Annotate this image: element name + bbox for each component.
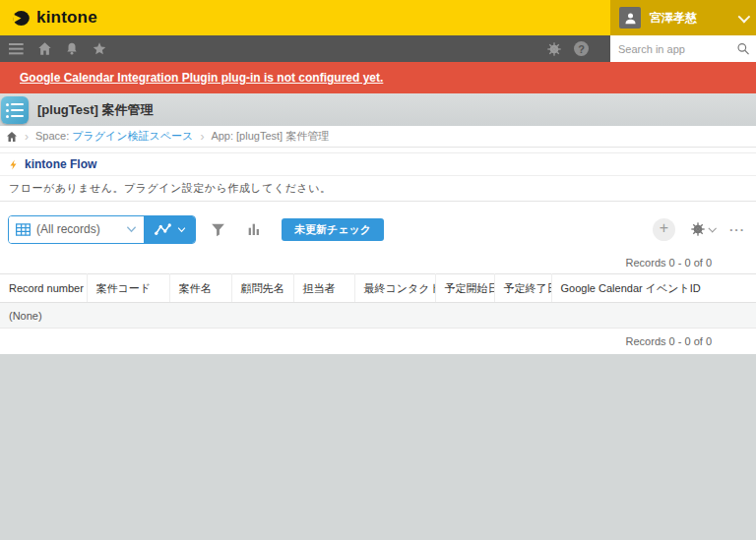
column-header-start-datetime[interactable]: 予定開始日時 (435, 274, 494, 303)
toolbar-right: ? (546, 35, 756, 62)
column-header-last-contact-date[interactable]: 最終コンタクト日 (354, 274, 435, 303)
plugin-warning-link[interactable]: Google Calendar Integration Plugin plug-… (20, 71, 383, 85)
graph-view-button[interactable] (144, 216, 195, 243)
record-table-header: Record number 案件コード 案件名 顧問先名 担当者 最終コンタクト… (0, 274, 756, 303)
flow-empty-message: フローがありません。プラグイン設定から作成してください。 (0, 176, 756, 202)
home-icon[interactable] (37, 41, 52, 56)
user-menu[interactable]: 宮澤孝慈 (610, 0, 756, 35)
flow-title: kintone Flow (25, 157, 96, 171)
breadcrumb-space-link[interactable]: プラグイン検証スペース (72, 130, 193, 142)
chevron-down-icon (738, 10, 751, 23)
global-header: kintone 宮澤孝慈 (0, 0, 756, 35)
help-icon[interactable]: ? (574, 41, 589, 56)
page-background (0, 354, 756, 540)
breadcrumb-space-prefix: Space: (35, 130, 69, 142)
user-avatar-icon (619, 7, 641, 29)
breadcrumb-home-icon[interactable] (6, 131, 18, 143)
breadcrumb-separator-icon: › (25, 131, 29, 143)
view-toolbar-right: + ··· (653, 218, 748, 241)
star-icon[interactable] (92, 41, 107, 56)
table-view-icon (16, 223, 31, 236)
hamburger-menu-icon[interactable] (9, 42, 25, 56)
app-title: [plugTest] 案件管理 (37, 101, 153, 119)
add-record-button[interactable]: + (653, 218, 675, 241)
chart-button[interactable] (240, 215, 267, 244)
column-header-record-number[interactable]: Record number (0, 274, 87, 303)
kintone-logo-icon (11, 8, 32, 29)
column-header-client-name[interactable]: 顧問先名 (231, 274, 293, 303)
kintone-logo-text: kintone (36, 8, 97, 28)
chevron-down-icon (177, 226, 186, 233)
column-header-case-name[interactable]: 案件名 (169, 274, 231, 303)
flow-header: kintone Flow (0, 153, 756, 176)
column-header-end-datetime[interactable]: 予定終了日時 (494, 274, 551, 303)
bar-chart-icon (246, 221, 262, 237)
search-icon (736, 41, 750, 56)
filter-button[interactable] (205, 215, 231, 244)
funnel-icon (210, 221, 226, 238)
kintone-flow-section: kintone Flow フローがありません。プラグイン設定から作成してください… (0, 152, 756, 202)
view-toolbar: (All records) 未更新チェック + (0, 214, 756, 244)
global-toolbar: ? (0, 35, 756, 62)
column-header-assignee[interactable]: 担当者 (293, 274, 354, 303)
user-name: 宮澤孝慈 (650, 10, 729, 27)
kintone-app-page: kintone 宮澤孝慈 ? (0, 0, 756, 540)
lightning-icon (8, 158, 20, 171)
app-search (610, 35, 756, 62)
view-selector[interactable]: (All records) (9, 216, 144, 243)
records-count-bottom: Records 0 - 0 of 0 (0, 335, 756, 354)
bell-icon[interactable] (65, 41, 79, 56)
breadcrumb: › Space: プラグイン検証スペース › App: [plugTest] 案… (0, 126, 756, 148)
column-header-case-code[interactable]: 案件コード (87, 274, 169, 303)
record-list-content: (All records) 未更新チェック + (0, 202, 756, 354)
node-graph-icon (154, 222, 172, 237)
settings-gear-icon[interactable] (546, 41, 562, 57)
breadcrumb-app: App: [plugTest] 案件管理 (211, 129, 329, 144)
view-selector-combo: (All records) (8, 215, 196, 244)
chevron-down-icon (708, 224, 716, 232)
more-options-button[interactable]: ··· (729, 222, 745, 237)
gear-icon (690, 221, 706, 237)
view-selector-label: (All records) (36, 222, 120, 236)
table-header-row: Record number 案件コード 案件名 顧問先名 担当者 最終コンタクト… (0, 274, 756, 303)
global-nav-icons (0, 35, 107, 62)
plugin-warning-banner: Google Calendar Integration Plugin plug-… (0, 62, 756, 93)
kintone-logo[interactable]: kintone (0, 0, 97, 35)
app-settings-button[interactable] (690, 221, 715, 237)
search-button[interactable] (730, 35, 756, 62)
breadcrumb-separator-icon: › (200, 131, 204, 143)
breadcrumb-space: Space: プラグイン検証スペース (35, 129, 193, 144)
search-input[interactable] (610, 43, 730, 55)
app-header: [plugTest] 案件管理 (0, 93, 756, 126)
chevron-down-icon (126, 225, 137, 233)
app-icon (1, 96, 29, 124)
records-count-top: Records 0 - 0 of 0 (0, 257, 756, 269)
record-table: Record number 案件コード 案件名 顧問先名 担当者 最終コンタクト… (0, 273, 756, 329)
unupdated-check-button[interactable]: 未更新チェック (282, 218, 384, 241)
table-row: (None) (0, 303, 756, 329)
column-header-gcal-event-id[interactable]: Google Calendar イベントID (551, 274, 756, 303)
empty-row: (None) (0, 303, 756, 329)
